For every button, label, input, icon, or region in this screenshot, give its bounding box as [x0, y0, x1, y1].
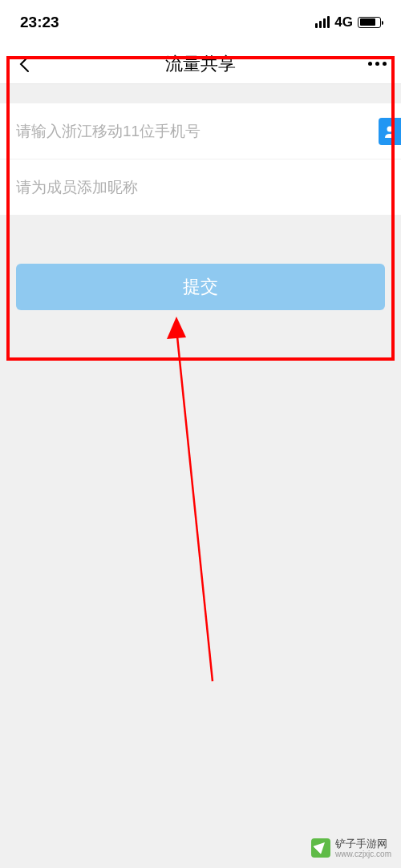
signal-icon — [315, 16, 330, 28]
watermark-logo-icon — [311, 838, 330, 858]
submit-button[interactable]: 提交 — [16, 264, 385, 310]
svg-point-0 — [387, 126, 393, 131]
battery-icon — [358, 17, 381, 28]
nickname-input[interactable] — [16, 179, 385, 196]
chevron-left-icon — [18, 55, 30, 73]
back-button[interactable] — [14, 55, 34, 74]
content-area: 提交 — [0, 84, 401, 326]
status-right: 4G — [315, 14, 381, 30]
watermark-url: www.czjxjc.com — [335, 850, 391, 858]
svg-line-1 — [176, 329, 213, 681]
more-button[interactable] — [368, 62, 387, 66]
watermark-name: 铲子手游网 — [335, 838, 391, 850]
phone-input[interactable] — [16, 123, 379, 140]
status-bar: 23:23 4G — [0, 0, 401, 44]
nickname-input-row — [0, 159, 401, 216]
nav-bar: 流量共享 — [0, 44, 401, 84]
page-title: 流量共享 — [165, 52, 236, 76]
network-label: 4G — [334, 14, 353, 30]
annotation-arrow — [156, 317, 221, 685]
watermark: 铲子手游网 www.czjxjc.com — [311, 838, 391, 858]
contact-picker-button[interactable] — [379, 118, 401, 145]
contact-icon — [383, 124, 396, 139]
phone-input-row — [0, 103, 401, 159]
status-time: 23:23 — [20, 14, 59, 31]
